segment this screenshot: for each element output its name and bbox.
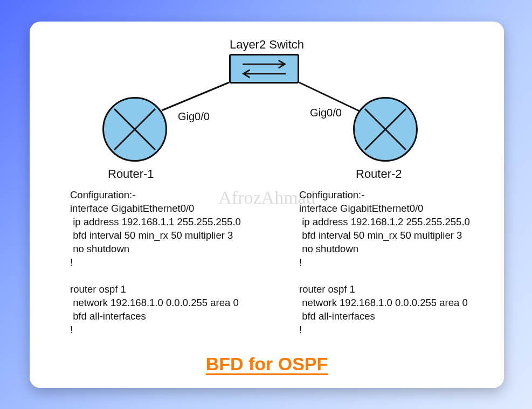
diagram-card: Layer2 Switch Router-1 Gig0/0 Router-2 G… <box>30 22 504 388</box>
router-2-icon <box>353 97 418 162</box>
router-2-configuration: Configuration:- interface GigabitEtherne… <box>299 189 470 337</box>
router-1-label: Router-1 <box>108 167 154 181</box>
router-1-configuration: Configuration:- interface GigabitEtherne… <box>70 189 241 337</box>
diagram-title: BFD for OSPF <box>30 353 504 375</box>
switch-label: Layer2 Switch <box>30 38 504 52</box>
router-1-interface-label: Gig0/0 <box>178 110 210 123</box>
router-1-icon <box>102 97 167 162</box>
router-2-label: Router-2 <box>356 167 402 181</box>
router-2-interface-label: Gig0/0 <box>310 107 342 119</box>
svg-line-2 <box>162 82 229 110</box>
layer2-switch-icon <box>229 54 299 84</box>
